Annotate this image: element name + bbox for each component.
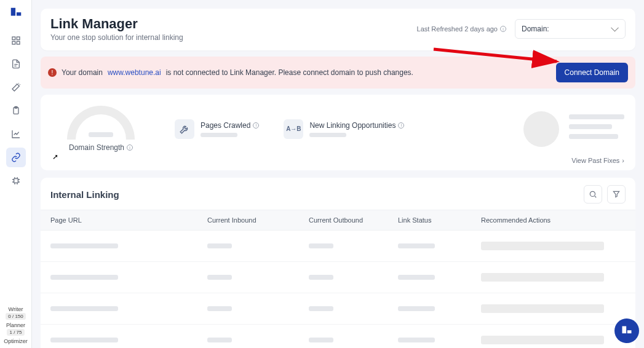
- nav-document[interactable]: [6, 54, 26, 74]
- lines-placeholder: [569, 114, 624, 144]
- filter-button[interactable]: [607, 185, 626, 204]
- a-to-b-icon: A→B: [284, 119, 303, 139]
- nav-clipboard[interactable]: [6, 101, 26, 121]
- internal-linking-card: Internal Linking Page URL Current Inboun…: [41, 178, 635, 348]
- domain-strength-block: Domain Strength: [52, 106, 150, 152]
- search-button[interactable]: [584, 185, 602, 204]
- circle-placeholder: [523, 111, 559, 147]
- sidebar-optimizer[interactable]: Optimizer: [4, 338, 28, 344]
- table-row[interactable]: [41, 325, 635, 348]
- sidebar-writer[interactable]: Writer0 / 150: [6, 306, 25, 320]
- table-row[interactable]: [41, 231, 635, 262]
- table-row[interactable]: [41, 262, 635, 293]
- app-logo: [9, 6, 23, 22]
- alert-prefix: Your domain: [62, 68, 103, 77]
- planner-count: 1 / 75: [7, 329, 24, 336]
- wrench-icon: [175, 119, 194, 139]
- nav-analytics[interactable]: [6, 124, 26, 144]
- last-refreshed-text: Last Refreshed 2 days ago: [417, 25, 498, 33]
- error-icon: !: [48, 68, 57, 77]
- sidebar: Writer0 / 150 Planner1 / 75 Optimizer: [0, 0, 32, 348]
- new-opportunities-block: A→B New Linking Opportunities: [284, 119, 404, 139]
- col-page-url: Page URL: [50, 216, 207, 224]
- col-link-status: Link Status: [398, 216, 481, 224]
- table-row[interactable]: [41, 293, 635, 325]
- pages-crawled-block: Pages Crawled: [175, 119, 259, 139]
- col-current-outbound: Current Outbound: [309, 216, 398, 224]
- col-recommended-actions: Recommended Actions: [481, 216, 626, 224]
- gauge-icon: [67, 106, 135, 140]
- page-subtitle: Your one stop solution for internal link…: [50, 33, 183, 42]
- placeholder: [309, 133, 346, 137]
- svg-rect-4: [12, 41, 15, 44]
- svg-point-9: [590, 191, 595, 196]
- mouse-cursor: ➚: [52, 152, 58, 161]
- svg-rect-12: [627, 330, 632, 333]
- view-past-label: View Past Fixes: [571, 157, 619, 164]
- svg-rect-3: [17, 37, 20, 40]
- svg-rect-5: [17, 41, 20, 44]
- pages-crawled-label: Pages Crawled: [201, 121, 250, 130]
- col-current-inbound: Current Inbound: [207, 216, 309, 224]
- nav-dashboard[interactable]: [6, 31, 26, 50]
- new-opps-label: New Linking Opportunities: [309, 121, 396, 130]
- page-header: Link Manager Your one stop solution for …: [41, 9, 635, 50]
- svg-rect-2: [12, 37, 15, 40]
- alert-suffix: is not connected to Link Manager. Please…: [166, 68, 413, 77]
- table-title: Internal Linking: [50, 189, 119, 200]
- placeholder: [201, 133, 237, 137]
- nav-processor[interactable]: [6, 171, 26, 191]
- svg-rect-11: [622, 326, 627, 334]
- svg-rect-8: [14, 179, 18, 183]
- nav-magic[interactable]: [6, 77, 26, 97]
- domain-select[interactable]: Domain:: [515, 19, 626, 39]
- floating-logo[interactable]: [614, 318, 639, 343]
- alert-banner: ! Your domain www.webtune.ai is not conn…: [41, 57, 635, 89]
- domain-select-label: Domain:: [522, 25, 549, 33]
- info-icon[interactable]: [127, 144, 133, 151]
- right-stat-block: [523, 111, 624, 147]
- planner-label: Planner: [6, 322, 25, 328]
- connect-domain-button[interactable]: Connect Domain: [556, 63, 628, 82]
- nav-link-manager[interactable]: [6, 148, 26, 167]
- writer-label: Writer: [6, 306, 25, 312]
- info-icon[interactable]: [500, 26, 506, 32]
- stats-card: Domain Strength Pages Crawled A→B New Li…: [41, 95, 635, 170]
- svg-rect-0: [10, 8, 15, 16]
- main-content: Link Manager Your one stop solution for …: [32, 0, 644, 348]
- writer-count: 0 / 150: [6, 313, 25, 320]
- domain-strength-label: Domain Strength: [69, 143, 124, 152]
- svg-rect-1: [16, 12, 20, 16]
- view-past-fixes-link[interactable]: View Past Fixes›: [52, 157, 624, 164]
- alert-domain-link[interactable]: www.webtune.ai: [108, 68, 161, 77]
- last-refreshed: Last Refreshed 2 days ago: [417, 25, 506, 33]
- sidebar-planner[interactable]: Planner1 / 75: [6, 322, 25, 336]
- optimizer-label: Optimizer: [4, 338, 28, 344]
- page-title: Link Manager: [50, 16, 183, 32]
- info-icon[interactable]: [253, 122, 259, 129]
- chevron-right-icon: ›: [622, 157, 624, 164]
- info-icon[interactable]: [398, 122, 404, 129]
- table-header-row: Page URL Current Inbound Current Outboun…: [41, 210, 635, 231]
